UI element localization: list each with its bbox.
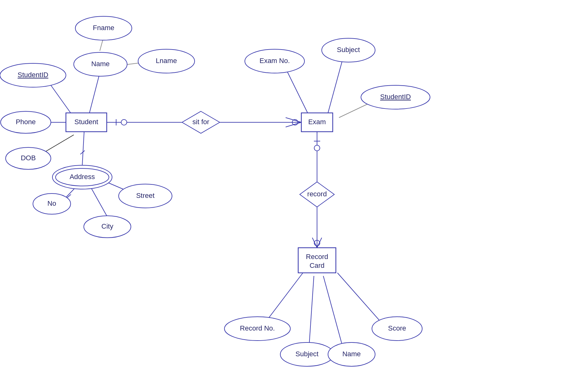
attr-student-id2-label: StudentID	[380, 93, 411, 101]
line-subject-rc	[309, 276, 314, 345]
attr-phone-label: Phone	[16, 118, 36, 126]
line-address-student	[82, 132, 84, 166]
attr-city-label: City	[101, 222, 113, 230]
attr-dob-label: DOB	[21, 154, 36, 162]
line-score-rc	[337, 273, 385, 326]
line-city-address	[90, 187, 107, 216]
line-name-student	[89, 73, 100, 113]
crow-circle-exam-record	[314, 145, 320, 151]
attr-exam-no-label: Exam No.	[260, 57, 290, 65]
attr-name-label: Name	[91, 60, 110, 68]
attr-no-label: No	[47, 199, 56, 207]
entity-student-label: Student	[74, 118, 98, 126]
attr-fname-label: Fname	[93, 24, 114, 32]
line-examno-exam	[286, 70, 308, 113]
attr-score-label: Score	[388, 324, 406, 332]
line-recordno-rc	[264, 273, 303, 325]
attr-student-id-label: StudentID	[18, 71, 48, 79]
line-subject-exam	[328, 61, 342, 113]
attr-record-no-label: Record No.	[240, 324, 275, 332]
entity-exam-label: Exam	[308, 118, 326, 126]
tick-address	[80, 151, 85, 154]
attr-name-rc-label: Name	[342, 350, 361, 358]
crow-circle-student	[121, 119, 127, 125]
attr-street-label: Street	[136, 192, 155, 199]
entity-record-card-label1: Record	[306, 253, 328, 261]
entity-record-card-label2: Card	[309, 262, 325, 269]
attr-lname-label: Lname	[156, 57, 177, 65]
attr-address-label: Address	[70, 173, 95, 181]
relationship-sit-for-label: sit for	[192, 118, 209, 126]
relationship-record-label: record	[307, 190, 327, 198]
attr-subject-exam-label: Subject	[337, 46, 360, 54]
attr-subject-rc-label: Subject	[295, 350, 318, 358]
er-diagram: Student Exam Record Card sit for record …	[0, 0, 565, 392]
line-name-rc	[323, 276, 342, 345]
